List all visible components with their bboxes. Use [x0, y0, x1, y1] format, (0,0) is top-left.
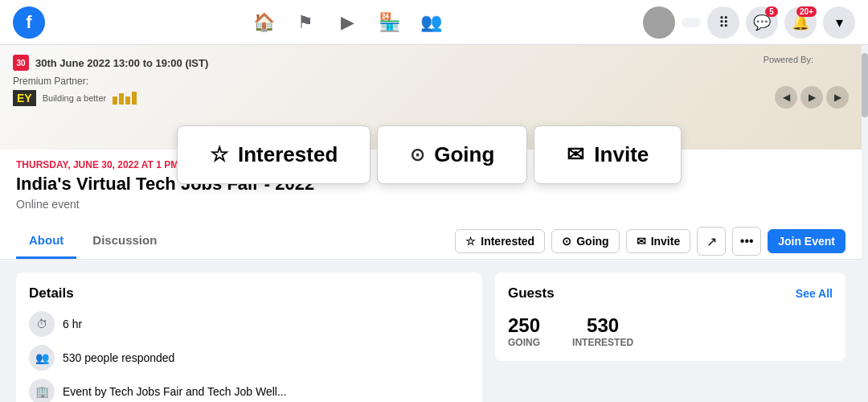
- scrollbar-thumb[interactable]: [862, 53, 868, 117]
- notifications-badge: 20+: [796, 6, 817, 17]
- guests-header: Guests See All: [508, 285, 833, 302]
- ey-logo: EY: [13, 90, 36, 106]
- popup-going-button[interactable]: ⊙ Going: [377, 125, 527, 184]
- envelope-icon: ✉: [567, 142, 584, 167]
- notifications-btn[interactable]: 🔔 20+: [784, 6, 817, 39]
- nav-icons-group: 🏠 ⚑ ▶ 🏪 👥: [51, 3, 643, 42]
- partner-label: Premium Partner:: [13, 76, 849, 87]
- tab-going-label: Going: [576, 235, 608, 248]
- facebook-logo: f: [13, 6, 45, 39]
- interested-count: 530: [572, 314, 633, 337]
- messenger-btn[interactable]: 💬 5: [746, 6, 778, 39]
- messenger-badge: 5: [765, 6, 778, 17]
- detail-duration-text: 6 hr: [63, 318, 82, 330]
- content-area: 30 30th June 2022 13:00 to 19:00 (IST) P…: [0, 45, 862, 402]
- next-arrow-btn[interactable]: ▶: [800, 86, 823, 109]
- nav-people-btn[interactable]: 👥: [411, 3, 450, 42]
- join-event-button[interactable]: Join Event: [768, 229, 845, 253]
- tab-check-icon: ⊙: [562, 235, 571, 248]
- detail-organizer-text: Event by Tech Jobs Fair and Tech Job Wel…: [63, 385, 287, 398]
- prev-arrow-btn[interactable]: ◀: [775, 86, 797, 109]
- calendar-icon: 30: [13, 55, 29, 71]
- tab-going-button[interactable]: ⊙ Going: [551, 229, 619, 253]
- nav-home-btn[interactable]: 🏠: [244, 3, 283, 42]
- nav-video-btn[interactable]: ▶: [328, 3, 366, 42]
- popup-interested-button[interactable]: ☆ Interested: [177, 125, 371, 184]
- tabs-right-actions: ☆ Interested ⊙ Going ✉ Invite ↗ ••• Join…: [455, 227, 845, 256]
- banner-date-row: 30 30th June 2022 13:00 to 19:00 (IST): [13, 55, 849, 71]
- event-subtitle: Online event: [16, 198, 845, 211]
- avatar[interactable]: [643, 6, 675, 39]
- pause-arrow-btn[interactable]: ▶: [826, 86, 849, 109]
- building-icon: 🏢: [29, 379, 55, 402]
- guests-card: Guests See All 250 GOING 530 INTERESTED: [495, 273, 845, 361]
- bar-chart-logo: [113, 92, 137, 105]
- popup-interested-label: Interested: [238, 142, 338, 167]
- tab-star-icon: ☆: [465, 235, 476, 248]
- guests-stats: 250 GOING 530 INTERESTED: [508, 314, 833, 348]
- tab-interested-button[interactable]: ☆ Interested: [455, 229, 545, 253]
- popup-going-label: Going: [434, 142, 494, 167]
- scrollbar-track[interactable]: [862, 45, 868, 402]
- tab-invite-button[interactable]: ✉ Invite: [626, 229, 691, 253]
- going-stat: 250 GOING: [508, 314, 540, 348]
- top-navigation: f 🏠 ⚑ ▶ 🏪 👥 ⠿ 💬 5 🔔 20+ ▾: [0, 0, 868, 45]
- nav-store-btn[interactable]: 🏪: [370, 3, 408, 42]
- powered-by-label: Powered By:: [764, 55, 813, 64]
- left-panel: Details ⏱ 6 hr 👥 530 people responded 🏢 …: [16, 273, 482, 402]
- tab-envelope-icon: ✉: [637, 235, 646, 248]
- tab-discussion[interactable]: Discussion: [80, 224, 170, 259]
- going-count: 250: [508, 314, 540, 337]
- main-content: 30 30th June 2022 13:00 to 19:00 (IST) P…: [0, 45, 868, 402]
- event-banner: 30 30th June 2022 13:00 to 19:00 (IST) P…: [0, 45, 862, 150]
- right-panel: Guests See All 250 GOING 530 INTERESTED: [495, 273, 845, 402]
- interested-label: INTERESTED: [572, 337, 633, 348]
- details-card: Details ⏱ 6 hr 👥 530 people responded 🏢 …: [16, 273, 482, 402]
- clock-icon: ⏱: [29, 311, 55, 337]
- chevron-down-btn[interactable]: ▾: [823, 6, 855, 39]
- detail-row-duration: ⏱ 6 hr: [29, 311, 469, 337]
- star-icon: ☆: [210, 142, 228, 167]
- bottom-content: Details ⏱ 6 hr 👥 530 people responded 🏢 …: [0, 260, 862, 402]
- interested-stat: 530 INTERESTED: [572, 314, 633, 348]
- detail-responded-text: 530 people responded: [63, 351, 174, 364]
- people-icon: 👥: [29, 345, 55, 371]
- banner-date-text: 30th June 2022 13:00 to 19:00 (IST): [35, 57, 208, 69]
- event-tabs-bar: About Discussion ☆ Interested ⊙ Going ✉ …: [0, 224, 862, 260]
- guests-title: Guests: [508, 285, 555, 302]
- nav-flag-btn[interactable]: ⚑: [286, 3, 325, 42]
- detail-row-organizer: 🏢 Event by Tech Jobs Fair and Tech Job W…: [29, 379, 469, 402]
- partner-text: Building a better: [43, 93, 107, 103]
- see-all-link[interactable]: See All: [796, 287, 833, 300]
- banner-inner: 30 30th June 2022 13:00 to 19:00 (IST) P…: [13, 55, 849, 106]
- grid-menu-btn[interactable]: ⠿: [707, 6, 739, 39]
- popup-invite-label: Invite: [594, 142, 649, 167]
- details-title: Details: [29, 285, 469, 302]
- tab-share-button[interactable]: ↗: [697, 227, 726, 256]
- tabs-left: About Discussion: [16, 224, 170, 259]
- nav-right-group: ⠿ 💬 5 🔔 20+ ▾: [643, 6, 855, 39]
- checkmark-icon: ⊙: [410, 145, 424, 166]
- tab-more-button[interactable]: •••: [732, 227, 761, 256]
- going-label: GOING: [508, 337, 540, 348]
- popup-invite-button[interactable]: ✉ Invite: [534, 125, 682, 184]
- partner-logos: EY Building a better: [13, 90, 849, 106]
- detail-row-responded: 👥 530 people responded: [29, 345, 469, 371]
- join-label: Join Event: [778, 235, 835, 248]
- tab-about[interactable]: About: [16, 224, 76, 259]
- tab-invite-label: Invite: [651, 235, 681, 248]
- popup-action-buttons: ☆ Interested ⊙ Going ✉ Invite: [177, 125, 682, 184]
- user-name-pill[interactable]: [682, 18, 701, 27]
- tab-interested-label: Interested: [481, 235, 534, 248]
- banner-arrows: ◀ ▶ ▶: [775, 86, 849, 109]
